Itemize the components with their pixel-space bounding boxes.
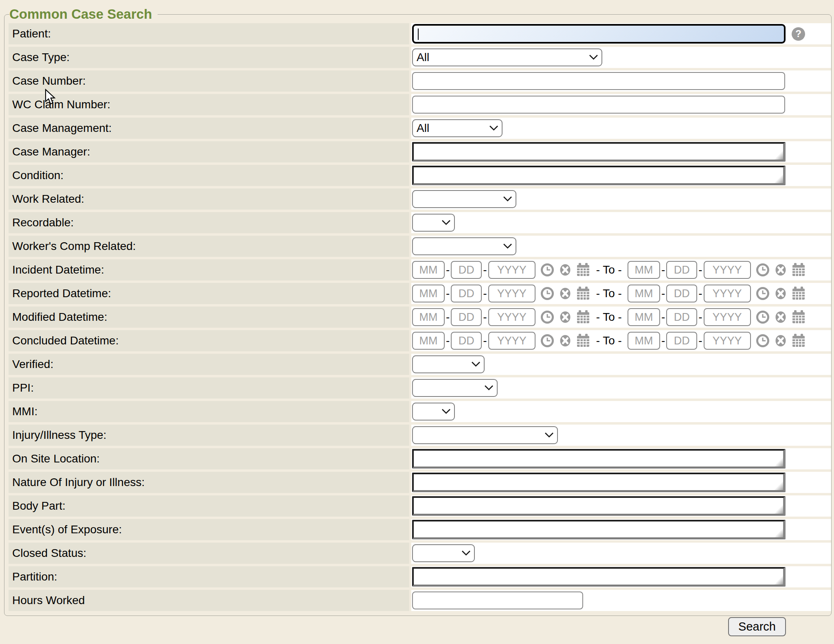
incident-datetime-from-year-input[interactable] bbox=[488, 261, 536, 279]
modified-datetime-from-year-input[interactable] bbox=[488, 308, 536, 326]
case-manager-textarea[interactable] bbox=[412, 142, 786, 162]
reported-datetime-to-year-input[interactable] bbox=[704, 285, 751, 302]
field-label-nature-of-injury-or-illness: Nature Of Injury or Illness: bbox=[9, 472, 409, 493]
incident-datetime-to-year-input[interactable] bbox=[704, 261, 751, 279]
resize-grip[interactable] bbox=[775, 458, 783, 467]
condition-textarea[interactable] bbox=[412, 166, 786, 185]
field-label-patient: Patient: bbox=[9, 23, 409, 44]
concluded-datetime-from-clear-icon[interactable] bbox=[558, 333, 573, 348]
ppi-select[interactable] bbox=[412, 379, 498, 397]
chevron-down-icon bbox=[471, 361, 481, 368]
patient-input[interactable] bbox=[412, 24, 786, 44]
chevron-down-icon bbox=[484, 385, 494, 391]
resize-grip[interactable] bbox=[775, 151, 783, 160]
reported-datetime-from-clear-icon[interactable] bbox=[558, 286, 573, 301]
resize-grip[interactable] bbox=[775, 482, 783, 490]
field-cell-injury-illness-type bbox=[411, 425, 831, 446]
reported-datetime-to-clock-icon[interactable] bbox=[755, 286, 770, 301]
chevron-down-icon bbox=[503, 243, 512, 250]
modified-datetime-to-month-input[interactable] bbox=[628, 308, 660, 326]
reported-datetime-to-clear-icon[interactable] bbox=[773, 286, 788, 301]
reported-datetime-from-month-input[interactable] bbox=[412, 285, 445, 302]
injury-illness-type-select[interactable] bbox=[412, 426, 558, 444]
reported-datetime-from-day-input[interactable] bbox=[451, 285, 482, 302]
reported-datetime-to-month-input[interactable] bbox=[628, 285, 660, 302]
partition-textarea[interactable] bbox=[412, 567, 786, 587]
modified-datetime-from-month-input[interactable] bbox=[412, 308, 445, 326]
resize-grip[interactable] bbox=[775, 576, 783, 585]
modified-datetime-from-clear-icon[interactable] bbox=[558, 310, 573, 324]
field-label-concluded-datetime: Concluded Datetime: bbox=[9, 330, 409, 351]
field-label-on-site-location: On Site Location: bbox=[9, 448, 409, 469]
concluded-datetime-from-day-input[interactable] bbox=[451, 332, 482, 350]
workers-comp-related-select[interactable] bbox=[412, 237, 516, 255]
incident-datetime-from-calendar-icon[interactable] bbox=[576, 263, 590, 277]
events-of-exposure-textarea[interactable] bbox=[412, 520, 786, 539]
concluded-datetime-from-year-input[interactable] bbox=[488, 332, 536, 350]
form-row-condition: Condition: bbox=[9, 165, 831, 186]
concluded-datetime-from-calendar-icon[interactable] bbox=[576, 333, 590, 348]
search-button[interactable]: Search bbox=[728, 617, 786, 636]
incident-datetime-to-month-input[interactable] bbox=[628, 261, 660, 279]
chevron-down-icon bbox=[441, 409, 451, 415]
concluded-datetime-from-month-input[interactable] bbox=[412, 332, 445, 350]
form-row-reported-datetime: Reported Datetime:--- To --- bbox=[9, 283, 831, 304]
field-label-body-part: Body Part: bbox=[9, 495, 409, 517]
field-cell-case-number bbox=[411, 70, 831, 92]
wc-claim-number-input[interactable] bbox=[412, 96, 785, 114]
field-label-events-of-exposure: Event(s) of Exposure: bbox=[9, 519, 409, 540]
concluded-datetime-to-calendar-icon[interactable] bbox=[791, 333, 806, 348]
concluded-datetime-to-clock-icon[interactable] bbox=[755, 333, 770, 348]
reported-datetime-from-year-input[interactable] bbox=[488, 285, 536, 302]
reported-datetime-to-day-input[interactable] bbox=[666, 285, 697, 302]
modified-datetime-to-clock-icon[interactable] bbox=[755, 310, 770, 324]
field-label-incident-datetime: Incident Datetime: bbox=[9, 259, 409, 280]
resize-grip[interactable] bbox=[775, 175, 783, 183]
date-range-to-label: - To - bbox=[596, 287, 622, 300]
field-cell-case-management: All bbox=[411, 118, 831, 139]
incident-datetime-to-clear-icon[interactable] bbox=[773, 263, 788, 277]
modified-datetime-to-clear-icon[interactable] bbox=[773, 310, 788, 324]
reported-datetime-from-calendar-icon[interactable] bbox=[576, 286, 590, 301]
resize-grip[interactable] bbox=[775, 529, 783, 537]
incident-datetime-from-month-input[interactable] bbox=[412, 261, 445, 279]
case-management-select[interactable]: All bbox=[412, 119, 503, 137]
modified-datetime-to-year-input[interactable] bbox=[704, 308, 751, 326]
form-row-recordable: Recordable: bbox=[9, 212, 831, 233]
modified-datetime-to-day-input[interactable] bbox=[666, 308, 697, 326]
incident-datetime-to-clock-icon[interactable] bbox=[755, 263, 770, 277]
incident-datetime-from-clear-icon[interactable] bbox=[558, 263, 573, 277]
concluded-datetime-to-month-input[interactable] bbox=[628, 332, 660, 350]
on-site-location-textarea[interactable] bbox=[412, 449, 786, 469]
mmi-select[interactable] bbox=[412, 403, 455, 421]
resize-grip[interactable] bbox=[775, 505, 783, 514]
incident-datetime-from-day-input[interactable] bbox=[451, 261, 482, 279]
hours-worked-input[interactable] bbox=[412, 591, 583, 609]
recordable-select[interactable] bbox=[412, 214, 455, 232]
field-cell-condition bbox=[411, 165, 831, 186]
date-separator: - bbox=[661, 311, 665, 324]
modified-datetime-from-clock-icon[interactable] bbox=[540, 310, 555, 324]
incident-datetime-from-clock-icon[interactable] bbox=[540, 263, 555, 277]
concluded-datetime-to-day-input[interactable] bbox=[666, 332, 697, 350]
reported-datetime-to-calendar-icon[interactable] bbox=[791, 286, 806, 301]
modified-datetime-to-calendar-icon[interactable] bbox=[791, 310, 806, 324]
reported-datetime-from-clock-icon[interactable] bbox=[540, 286, 555, 301]
field-cell-verified bbox=[411, 354, 831, 375]
closed-status-select[interactable] bbox=[412, 544, 475, 562]
nature-of-injury-or-illness-textarea[interactable] bbox=[412, 473, 786, 492]
work-related-select[interactable] bbox=[412, 190, 516, 208]
modified-datetime-from-calendar-icon[interactable] bbox=[576, 310, 590, 324]
case-type-select[interactable]: All bbox=[412, 48, 602, 66]
case-number-input[interactable] bbox=[412, 72, 785, 90]
modified-datetime-from-day-input[interactable] bbox=[451, 308, 482, 326]
body-part-textarea[interactable] bbox=[412, 496, 786, 516]
concluded-datetime-to-year-input[interactable] bbox=[704, 332, 751, 350]
help-icon[interactable]: ? bbox=[792, 27, 805, 41]
concluded-datetime-from-clock-icon[interactable] bbox=[540, 333, 555, 348]
verified-select[interactable] bbox=[412, 355, 485, 373]
incident-datetime-to-calendar-icon[interactable] bbox=[791, 263, 806, 277]
chevron-down-icon bbox=[503, 196, 512, 202]
concluded-datetime-to-clear-icon[interactable] bbox=[773, 333, 788, 348]
incident-datetime-to-day-input[interactable] bbox=[666, 261, 697, 279]
